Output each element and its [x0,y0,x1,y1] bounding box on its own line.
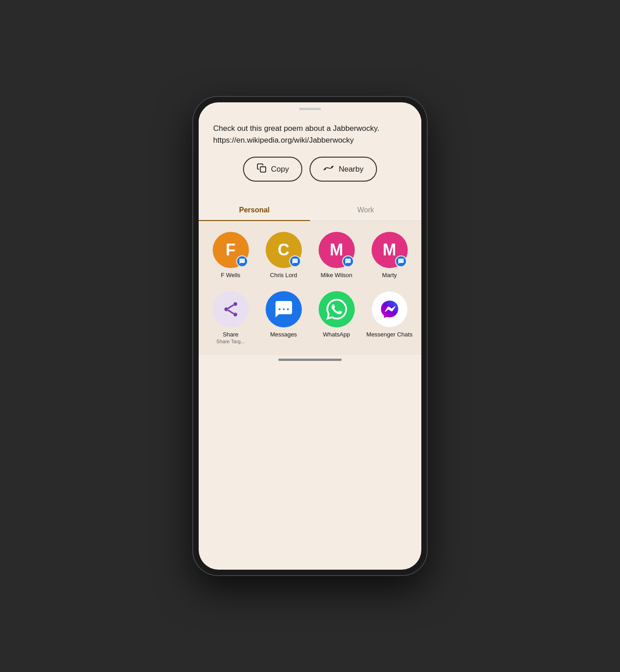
avatar-f-wells: F [213,232,249,268]
svg-line-7 [228,310,233,314]
share-app-icon [213,291,249,327]
avatar-marty: M [372,232,408,268]
contact-name-marty: Marty [382,272,397,278]
whatsapp-app-icon [319,291,355,327]
nearby-icon [323,163,334,175]
app-name-messenger: Messenger Chats [367,331,413,338]
messages-badge-icon-3 [342,255,354,267]
svg-point-3 [233,302,237,306]
nearby-button-label: Nearby [339,165,363,174]
messenger-app-icon [372,291,408,327]
copy-button[interactable]: Copy [243,157,303,182]
app-messages[interactable]: Messages [259,291,308,344]
svg-line-6 [228,305,233,308]
avatar-mike-wilson: M [319,232,355,268]
avatar-chris-lord: C [266,232,302,268]
share-message-text: Check out this great poem about a Jabber… [213,123,407,146]
bottom-handle [278,359,342,361]
tab-personal[interactable]: Personal [199,200,310,221]
app-name-messages: Messages [270,331,297,338]
svg-rect-0 [260,167,266,172]
share-content-area: Check out this great poem about a Jabber… [199,114,421,192]
copy-button-label: Copy [271,165,289,174]
contacts-grid: F F Wells C [199,221,421,282]
messages-badge-icon-4 [395,255,407,267]
copy-icon [257,163,267,175]
app-name-whatsapp: WhatsApp [323,331,350,338]
apps-grid: Share Share Targ... Messages [199,282,421,355]
contact-name-f-wells: F Wells [221,272,240,278]
tabs-row: Personal Work [199,200,421,221]
drag-handle [299,108,321,110]
action-buttons-row: Copy Nearby [213,157,407,182]
svg-point-2 [331,166,333,168]
contact-chris-lord[interactable]: C Chris Lord [259,232,308,278]
svg-point-1 [324,168,326,170]
svg-point-5 [224,307,228,311]
app-messenger[interactable]: Messenger Chats [365,291,414,344]
contact-mike-wilson[interactable]: M Mike Wilson [312,232,361,278]
nearby-button[interactable]: Nearby [310,157,377,182]
svg-point-4 [233,313,237,317]
contact-f-wells[interactable]: F F Wells [206,232,255,278]
phone-screen: Check out this great poem about a Jabber… [199,102,421,570]
app-subtitle-share: Share Targ... [216,339,245,344]
phone-frame: Check out this great poem about a Jabber… [192,96,428,576]
contact-name-chris-lord: Chris Lord [270,272,297,278]
app-share[interactable]: Share Share Targ... [206,291,255,344]
messages-badge-icon [236,255,248,267]
app-name-share: Share [223,331,238,338]
app-whatsapp[interactable]: WhatsApp [312,291,361,344]
contact-name-mike-wilson: Mike Wilson [320,272,352,278]
tab-work[interactable]: Work [310,200,421,221]
messages-app-icon [266,291,302,327]
messages-badge-icon-2 [289,255,301,267]
contact-marty[interactable]: M Marty [365,232,414,278]
